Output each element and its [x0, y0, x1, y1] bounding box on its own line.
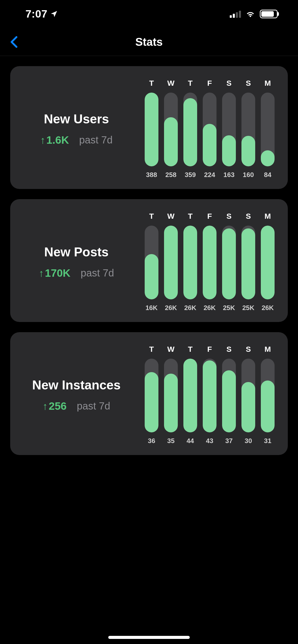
bar-track: [241, 93, 255, 166]
day-label: T: [188, 79, 193, 87]
metric-trend: ↑256: [43, 400, 66, 412]
bar-column: S160: [241, 79, 256, 179]
day-label: T: [149, 212, 154, 221]
bar-column: W258: [164, 79, 178, 179]
bar-fill: [164, 226, 178, 299]
card-chart: T388W258T359F224S163S160M84: [138, 79, 275, 179]
home-indicator: [108, 636, 190, 639]
period-label: past 7d: [81, 267, 114, 279]
bar-column: S25K: [222, 212, 236, 312]
bar-track: [261, 226, 275, 299]
status-right: [230, 10, 278, 18]
stat-card[interactable]: New Instances↑256past 7dT36W35T44F43S37S…: [10, 332, 288, 455]
bar-track: [164, 93, 178, 166]
day-label: S: [246, 345, 251, 354]
bar-fill: [145, 254, 158, 299]
day-label: W: [167, 79, 174, 87]
day-label: T: [149, 79, 154, 87]
card-title: New Users: [44, 112, 109, 126]
arrow-up-icon: ↑: [43, 401, 48, 411]
period-label: past 7d: [77, 400, 110, 412]
bar-track: [203, 359, 216, 432]
card-meta: ↑170Kpast 7d: [39, 267, 114, 279]
bar-track: [145, 226, 158, 299]
page-title: Stats: [135, 36, 163, 48]
day-label: F: [207, 79, 212, 87]
bar-fill: [241, 228, 255, 299]
bar-track: [183, 226, 197, 299]
bar-column: S30: [241, 345, 256, 445]
bar-fill: [183, 359, 197, 432]
bar-fill: [145, 93, 158, 166]
bar-value: 388: [146, 171, 157, 179]
bar-value: 36: [148, 437, 155, 445]
bar-fill: [164, 374, 178, 432]
bar-column: T44: [183, 345, 198, 445]
bar-track: [261, 359, 275, 432]
day-label: M: [265, 345, 271, 354]
bar-column: F224: [202, 79, 217, 179]
battery-fill: [261, 11, 274, 17]
bar-value: 16K: [145, 304, 158, 312]
bar-track: [145, 93, 158, 166]
bar-column: M84: [260, 79, 275, 179]
bar-value: 26K: [165, 304, 177, 312]
bar-track: [183, 93, 197, 166]
bar-value: 26K: [204, 304, 216, 312]
card-meta: ↑256past 7d: [43, 400, 110, 412]
wifi-icon: [246, 10, 255, 18]
bar-track: [164, 359, 178, 432]
bar-column: F26K: [202, 212, 217, 312]
arrow-up-icon: ↑: [40, 135, 45, 145]
day-label: S: [226, 212, 232, 221]
location-arrow-icon: [50, 10, 58, 18]
bar-track: [222, 93, 236, 166]
bar-fill: [222, 228, 236, 299]
day-label: W: [167, 212, 174, 221]
card-left: New Users↑1.6Kpast 7d: [23, 79, 130, 179]
card-title: New Posts: [44, 245, 109, 259]
back-button[interactable]: [8, 36, 20, 48]
stat-card[interactable]: New Posts↑170Kpast 7dT16KW26KT26KF26KS25…: [10, 199, 288, 322]
stat-card[interactable]: New Users↑1.6Kpast 7dT388W258T359F224S16…: [10, 66, 288, 189]
bar-value: 163: [223, 171, 234, 179]
day-label: F: [207, 345, 212, 354]
bar-column: T359: [183, 79, 198, 179]
bar-track: [203, 226, 216, 299]
bar-track: [222, 359, 236, 432]
bar-track: [261, 93, 275, 166]
bar-value: 30: [245, 437, 252, 445]
metric-value: 1.6K: [46, 134, 69, 146]
bar-column: W26K: [164, 212, 178, 312]
bar-value: 84: [264, 171, 272, 179]
bar-column: T16K: [144, 212, 159, 312]
day-label: T: [149, 345, 154, 354]
day-label: S: [226, 345, 232, 354]
card-left: New Instances↑256past 7d: [23, 345, 130, 445]
bar-value: 35: [167, 437, 175, 445]
bar-column: S163: [222, 79, 236, 179]
bar-fill: [241, 136, 255, 166]
bar-value: 160: [243, 171, 254, 179]
day-label: T: [188, 345, 193, 354]
bar-track: [145, 359, 158, 432]
bar-column: T388: [144, 79, 159, 179]
day-label: W: [167, 345, 174, 354]
bar-value: 26K: [262, 304, 274, 312]
bar-fill: [261, 380, 275, 432]
bar-value: 44: [187, 437, 194, 445]
bar-track: [203, 93, 216, 166]
cell-signal-icon: [230, 10, 241, 18]
bar-track: [222, 226, 236, 299]
bar-track: [241, 359, 255, 432]
cards-container: New Users↑1.6Kpast 7dT388W258T359F224S16…: [0, 56, 298, 455]
chevron-left-icon: [10, 36, 18, 48]
day-label: S: [246, 212, 251, 221]
day-label: M: [265, 212, 271, 221]
bar-column: M31: [260, 345, 275, 445]
bar-value: 37: [225, 437, 233, 445]
status-left: 7:07: [25, 8, 58, 20]
bar-fill: [203, 226, 216, 299]
bar-fill: [183, 98, 197, 166]
bar-value: 43: [206, 437, 213, 445]
